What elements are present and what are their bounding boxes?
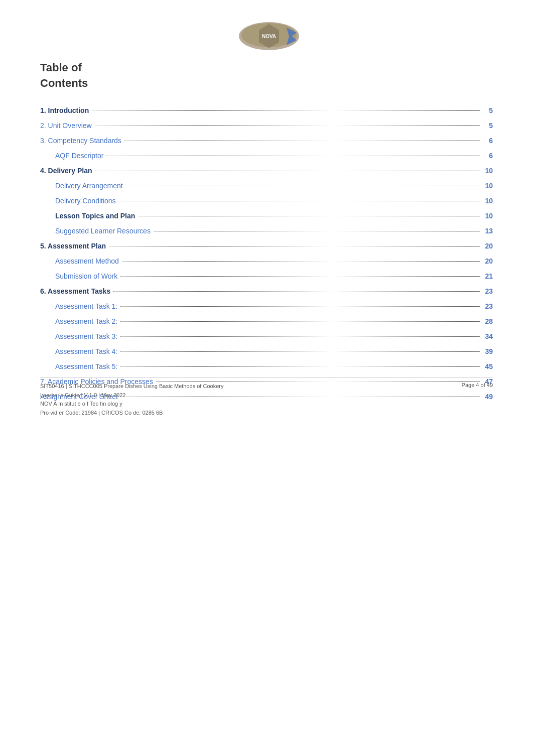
- toc-label-3: 3. Competency Standards: [40, 137, 121, 145]
- toc-dots-5: [95, 171, 480, 171]
- toc-page-18: 45: [483, 362, 493, 370]
- toc-dots-3: [124, 141, 480, 141]
- page-title: Table of Contents: [40, 60, 493, 91]
- toc-dots-8: [138, 216, 480, 216]
- toc-page-15: 28: [483, 317, 493, 325]
- toc-page-4: 6: [483, 152, 493, 160]
- toc-page-3: 6: [483, 137, 493, 145]
- toc-item: Delivery Conditions 10: [40, 197, 493, 211]
- toc-dots-15: [120, 321, 480, 322]
- toc-page-6: 10: [483, 182, 493, 190]
- toc-dots-13: [113, 291, 480, 292]
- toc-item: Assessment Task 1: 23: [40, 302, 493, 316]
- title-block: Table of Contents: [40, 60, 493, 91]
- toc-item: Delivery Arrangement 10: [40, 182, 493, 196]
- toc-item: Submission of Work 21: [40, 272, 493, 286]
- toc-label-8: Lesson Topics and Plan: [55, 212, 135, 220]
- toc-item: AQF Descriptor 6: [40, 152, 493, 166]
- toc-label-6: Delivery Arrangement: [55, 182, 123, 190]
- toc-label-4: AQF Descriptor: [55, 152, 103, 160]
- toc-page-10: 20: [483, 242, 493, 250]
- toc-item: Assessment Task 5: 45: [40, 362, 493, 376]
- toc-dots-14: [120, 306, 480, 307]
- toc-label-16: Assessment Task 3:: [55, 332, 117, 340]
- toc-label-5: 4. Delivery Plan: [40, 167, 92, 175]
- footer-right: Page 4 of 49: [462, 382, 493, 388]
- toc-page-1: 5: [483, 106, 493, 114]
- toc-label-1: 1. Introduction: [40, 106, 89, 114]
- toc-dots-6: [126, 186, 480, 186]
- toc-dots-2: [95, 125, 480, 126]
- toc-item: 5. Assessment Plan 20: [40, 242, 493, 256]
- toc-page-5: 10: [483, 167, 493, 175]
- toc-dots-12: [120, 276, 480, 277]
- toc-page-9: 13: [483, 227, 493, 235]
- page-footer: SIT50416 | SITHCCC005 Prepare Dishes Usi…: [40, 377, 493, 417]
- toc-item: 4. Delivery Plan 10: [40, 167, 493, 181]
- toc-dots-11: [122, 261, 480, 262]
- toc-item: Suggested Learner Resources 13: [40, 227, 493, 241]
- toc-item: Assessment Task 4: 39: [40, 347, 493, 361]
- toc-item: Assessment Method 20: [40, 257, 493, 271]
- toc-page-12: 21: [483, 272, 493, 280]
- toc-label-7: Delivery Conditions: [55, 197, 116, 205]
- footer-line-3: NOV A In stitut e o f Tec hn olog y: [40, 400, 223, 409]
- toc-label-12: Submission of Work: [55, 272, 117, 280]
- toc-dots-4: [106, 156, 480, 156]
- toc-page-8: 10: [483, 212, 493, 220]
- toc-item: Assessment Task 2: 28: [40, 317, 493, 331]
- logo-image: NOVA: [236, 20, 297, 50]
- toc-page-13: 23: [483, 287, 493, 295]
- toc-page-11: 20: [483, 257, 493, 265]
- toc-dots-18: [120, 366, 480, 367]
- toc-page-16: 34: [483, 332, 493, 340]
- toc-label-13: 6. Assessment Tasks: [40, 287, 110, 295]
- toc-dots-10: [109, 246, 480, 246]
- toc-page-7: 10: [483, 197, 493, 205]
- toc-page-2: 5: [483, 121, 493, 130]
- toc-label-9: Suggested Learner Resources: [55, 227, 151, 235]
- page-container: NOVA Table of Contents 1. Introduction 5…: [0, 0, 533, 438]
- toc-page-17: 39: [483, 347, 493, 355]
- footer-left: SIT50416 | SITHCCC005 Prepare Dishes Usi…: [40, 382, 223, 417]
- toc-item: Lesson Topics and Plan 10: [40, 212, 493, 226]
- toc-item: 2. Unit Overview 5: [40, 121, 493, 136]
- footer-line-4: Pro vid er Code: 21984 | CRICOS Co de: 0…: [40, 409, 223, 418]
- toc-page-14: 23: [483, 302, 493, 310]
- footer-line-1: SIT50416 | SITHCCC005 Prepare Dishes Usi…: [40, 382, 223, 391]
- toc-label-14: Assessment Task 1:: [55, 302, 117, 310]
- toc-label-10: 5. Assessment Plan: [40, 242, 106, 250]
- svg-text:NOVA: NOVA: [262, 34, 276, 39]
- toc-dots-16: [120, 336, 480, 337]
- toc-label-11: Assessment Method: [55, 257, 119, 265]
- toc-item: 3. Competency Standards 6: [40, 137, 493, 151]
- toc-label-17: Assessment Task 4:: [55, 347, 117, 355]
- toc-item: Assessment Task 3: 34: [40, 332, 493, 346]
- toc-item: 1. Introduction 5: [40, 106, 493, 120]
- toc-container: 1. Introduction 5 2. Unit Overview 5 3. …: [40, 106, 493, 407]
- logo-container: NOVA: [40, 20, 493, 50]
- toc-item: 6. Assessment Tasks 23: [40, 287, 493, 301]
- toc-dots-1: [92, 110, 480, 111]
- toc-label-15: Assessment Task 2:: [55, 317, 117, 325]
- toc-label-2: 2. Unit Overview: [40, 121, 92, 130]
- toc-dots-9: [154, 231, 480, 231]
- toc-dots-7: [119, 201, 480, 201]
- toc-dots-17: [120, 351, 480, 352]
- toc-label-18: Assessment Task 5:: [55, 362, 117, 370]
- footer-line-2: Learner’s Guide | V 1.0 | May 2022: [40, 391, 223, 400]
